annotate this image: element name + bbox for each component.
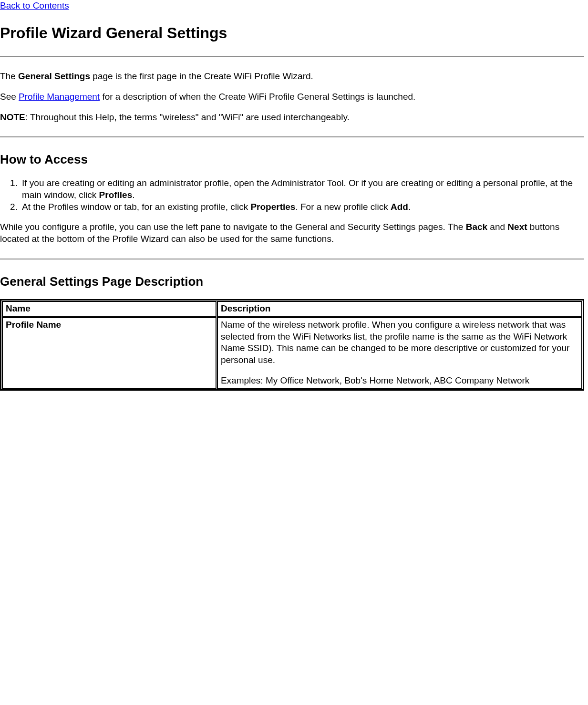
list-item: If you are creating or editing an admini…: [20, 177, 584, 201]
text: .: [132, 190, 134, 200]
table-header-row: Name Description: [2, 301, 582, 317]
bold-text: Next: [507, 222, 527, 232]
text: Name of the wireless network profile. Wh…: [221, 319, 578, 366]
navigation-paragraph: While you configure a profile, you can u…: [0, 221, 584, 245]
text: for a description of when the Create WiF…: [100, 92, 415, 102]
list-item: At the Profiles window or tab, for an ex…: [20, 201, 584, 213]
divider: [0, 136, 584, 137]
description-table: Name Description Profile Name Name of th…: [0, 299, 584, 390]
text: See: [0, 92, 19, 102]
column-header-name: Name: [2, 301, 217, 317]
intro-paragraph-1: The General Settings page is the first p…: [0, 71, 584, 83]
section-heading-how-to-access: How to Access: [0, 152, 584, 168]
intro-paragraph-2: See Profile Management for a description…: [0, 91, 584, 103]
text: While you configure a profile, you can u…: [0, 222, 466, 232]
divider: [0, 56, 584, 57]
page-title: Profile Wizard General Settings: [0, 23, 584, 43]
bold-text: Profiles: [99, 190, 133, 200]
cell-description: Name of the wireless network profile. Wh…: [217, 317, 582, 388]
column-header-description: Description: [217, 301, 582, 317]
text: . For a new profile click: [295, 202, 391, 212]
note-paragraph: NOTE: Throughout this Help, the terms "w…: [0, 112, 584, 124]
table-row: Profile Name Name of the wireless networ…: [2, 317, 582, 388]
section-heading-page-description: General Settings Page Description: [0, 274, 584, 290]
text: .: [408, 202, 411, 212]
steps-list: If you are creating or editing an admini…: [0, 177, 584, 213]
text: At the Profiles window or tab, for an ex…: [22, 202, 250, 212]
divider: [0, 259, 584, 259]
back-to-contents-link[interactable]: Back to Contents: [0, 0, 69, 10]
text: page is the first page in the Create WiF…: [90, 71, 313, 81]
profile-management-link[interactable]: Profile Management: [19, 92, 100, 102]
bold-text: Properties: [250, 202, 295, 212]
cell-name: Profile Name: [2, 317, 217, 388]
note-label: NOTE: [0, 112, 25, 122]
text: Examples: My Office Network, Bob's Home …: [221, 375, 578, 387]
text: : Throughout this Help, the terms "wirel…: [25, 112, 350, 122]
text: The: [0, 71, 18, 81]
text: and: [487, 222, 507, 232]
bold-text: General Settings: [18, 71, 90, 81]
bold-text: Back: [466, 222, 487, 232]
bold-text: Add: [391, 202, 408, 212]
